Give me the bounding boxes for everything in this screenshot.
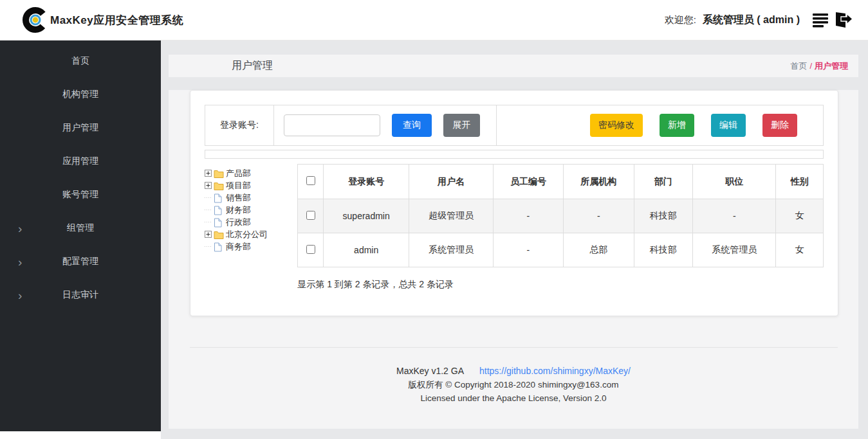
department-tree: 产品部 项目部	[205, 164, 297, 291]
cell-position: 系统管理员	[693, 233, 776, 267]
column-header-organization: 所属机构	[564, 165, 634, 199]
row-checkbox[interactable]	[306, 245, 315, 254]
tree-node-label[interactable]: 北京分公司	[226, 229, 268, 240]
cell-organization: 总部	[564, 233, 634, 267]
sidebar-item-config-management[interactable]: › 配置管理	[0, 245, 161, 278]
page-title: 用户管理	[232, 59, 273, 73]
welcome-area: 欢迎您: 系统管理员 ( admin )	[665, 11, 854, 29]
cell-department: 科技部	[634, 199, 692, 233]
logout-icon[interactable]	[833, 11, 854, 29]
sidebar-item-label: 用户管理	[62, 122, 98, 134]
edit-button[interactable]: 编辑	[711, 114, 746, 137]
footer-license: Licensed under the Apache License, Versi…	[169, 391, 858, 405]
cell-login-account: superadmin	[323, 199, 409, 233]
sidebar-item-label: 账号管理	[62, 189, 98, 201]
sidebar: 首页 机构管理 用户管理 应用管理 账号管理 › 组管理 › 配置管理	[0, 40, 161, 439]
tree-node-label[interactable]: 销售部	[226, 192, 251, 204]
breadcrumb-separator: /	[809, 61, 812, 71]
menu-list-icon[interactable]	[813, 12, 829, 28]
maxkey-logo-icon	[22, 6, 49, 33]
folder-icon	[214, 181, 224, 190]
row-checkbox[interactable]	[306, 211, 315, 220]
table-header-row: 登录账号 用户名 员工编号 所属机构 部门 职位 性别	[298, 165, 824, 199]
tree-node[interactable]: 产品部	[205, 167, 297, 179]
tree-node-label[interactable]: 产品部	[226, 168, 251, 179]
footer-version: MaxKey v1.2 GA	[396, 366, 464, 376]
tree-node-label[interactable]: 财务部	[226, 204, 251, 216]
sidebar-item-group-management[interactable]: › 组管理	[0, 211, 161, 245]
change-password-button[interactable]: 密码修改	[590, 114, 643, 137]
current-user: 系统管理员 ( admin )	[703, 13, 800, 27]
tree-node[interactable]: 北京分公司	[205, 228, 297, 240]
breadcrumb-home-link[interactable]: 首页	[790, 61, 807, 71]
delete-button[interactable]: 删除	[762, 114, 797, 137]
file-icon	[214, 193, 224, 202]
column-header-login-account: 登录账号	[323, 165, 409, 199]
welcome-label: 欢迎您:	[665, 14, 696, 26]
table-row[interactable]: admin 系统管理员 - 总部 科技部 系统管理员 女	[298, 233, 824, 267]
column-header-username: 用户名	[409, 165, 493, 199]
tree-node-label[interactable]: 项目部	[226, 180, 251, 192]
users-table-wrap: 登录账号 用户名 员工编号 所属机构 部门 职位 性别	[297, 164, 824, 291]
select-all-checkbox[interactable]	[306, 176, 315, 185]
tree-node-label[interactable]: 商务部	[226, 241, 251, 253]
search-toolbar: 登录账号: 查询 展开 密码修改 新增 编辑 删除	[205, 105, 824, 146]
expand-plus-icon[interactable]	[205, 231, 212, 238]
sidebar-item-home[interactable]: 首页	[0, 44, 161, 78]
sidebar-item-org-management[interactable]: 机构管理	[0, 78, 161, 111]
tree-node-label[interactable]: 行政部	[226, 217, 251, 228]
search-label: 登录账号:	[205, 105, 274, 145]
expand-plus-icon[interactable]	[205, 182, 212, 189]
expand-plus-icon[interactable]	[205, 170, 212, 177]
column-header-employee-no: 员工编号	[493, 165, 563, 199]
tree-connector	[205, 219, 212, 226]
cell-username: 超级管理员	[409, 199, 493, 233]
expand-button[interactable]: 展开	[443, 114, 480, 137]
sidebar-item-account-management[interactable]: 账号管理	[0, 178, 161, 211]
sidebar-item-log-audit[interactable]: › 日志审计	[0, 278, 161, 312]
file-icon	[214, 218, 224, 227]
footer-divider	[190, 347, 838, 348]
footer-copyright: 版权所有 © Copyright 2018-2020 shimingxy@163…	[169, 378, 858, 391]
tree-node[interactable]: 项目部	[205, 179, 297, 192]
tree-connector	[205, 194, 212, 201]
breadcrumb-current: 用户管理	[815, 61, 848, 71]
file-icon	[214, 242, 224, 251]
add-button[interactable]: 新增	[660, 114, 694, 137]
query-button[interactable]: 查询	[392, 114, 432, 137]
users-table: 登录账号 用户名 员工编号 所属机构 部门 职位 性别	[297, 164, 824, 267]
cell-login-account: admin	[323, 233, 409, 267]
brand-title: MaxKey应用安全管理系统	[50, 13, 183, 28]
column-header-department: 部门	[634, 165, 692, 199]
cell-department: 科技部	[634, 233, 692, 267]
github-link[interactable]: https://github.com/shimingxy/MaxKey/	[479, 366, 631, 376]
sidebar-item-user-management[interactable]: 用户管理	[0, 111, 161, 145]
brand: MaxKey应用安全管理系统	[22, 6, 183, 33]
tree-node[interactable]: 销售部	[205, 192, 297, 204]
page-footer: MaxKey v1.2 GAhttps://github.com/shiming…	[169, 364, 858, 405]
cell-gender: 女	[776, 233, 824, 267]
content-area: 用户管理 首页/用户管理 登录账号: 查询 展开 密码修改 新增	[161, 40, 868, 439]
breadcrumb: 首页/用户管理	[790, 60, 848, 72]
folder-icon	[214, 169, 224, 178]
column-header-position: 职位	[693, 165, 776, 199]
chevron-right-icon: ›	[18, 256, 22, 268]
sidebar-item-label: 日志审计	[62, 289, 98, 301]
sidebar-item-label: 机构管理	[62, 89, 98, 100]
tree-node[interactable]: 行政部	[205, 216, 297, 228]
sidebar-item-app-management[interactable]: 应用管理	[0, 145, 161, 178]
table-row[interactable]: superadmin 超级管理员 - - 科技部 - 女	[298, 199, 824, 233]
tree-connector	[205, 243, 212, 250]
tree-node[interactable]: 商务部	[205, 240, 297, 253]
chevron-right-icon: ›	[18, 289, 22, 301]
tree-node[interactable]: 财务部	[205, 204, 297, 216]
cell-employee-no: -	[493, 199, 563, 233]
sidebar-item-label: 组管理	[67, 222, 94, 234]
user-management-card: 登录账号: 查询 展开 密码修改 新增 编辑 删除	[190, 90, 838, 316]
tree-connector	[205, 206, 212, 213]
app-header: MaxKey应用安全管理系统 欢迎您: 系统管理员 ( admin )	[0, 0, 868, 40]
cell-position: -	[693, 199, 776, 233]
login-account-input[interactable]	[284, 114, 380, 136]
file-icon	[214, 206, 224, 215]
record-summary: 显示第 1 到第 2 条记录，总共 2 条记录	[297, 279, 824, 291]
